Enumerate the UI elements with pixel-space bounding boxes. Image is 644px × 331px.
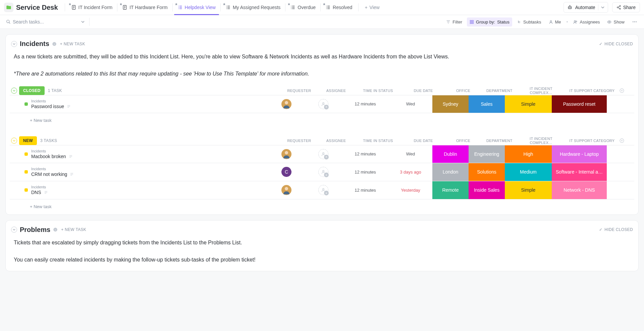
assignee-add[interactable]: +: [318, 99, 328, 109]
due-date[interactable]: Yesterday: [401, 188, 420, 193]
status-square[interactable]: [24, 170, 28, 174]
task-row[interactable]: IncidentsPassword issue+12 minutesWedSyd…: [10, 95, 634, 113]
group-toggle[interactable]: [11, 88, 17, 94]
col-header-due[interactable]: DUE DATE: [401, 89, 445, 93]
col-header-time[interactable]: TIME IN STATUS: [355, 89, 401, 93]
col-header-time[interactable]: TIME IN STATUS: [355, 139, 401, 143]
status-badge-closed[interactable]: CLOSED: [19, 86, 45, 95]
col-header-department[interactable]: DEPARTMENT: [481, 89, 518, 93]
task-count: 3 TASKS: [40, 138, 57, 143]
col-header-assignee[interactable]: ASSIGNEE: [318, 89, 355, 93]
new-task-row[interactable]: + New task: [10, 199, 634, 209]
tag-complexity[interactable]: Medium: [505, 163, 552, 181]
tag-category[interactable]: Network - DNS: [552, 181, 607, 199]
requester-avatar[interactable]: [281, 185, 291, 195]
col-header-category[interactable]: IT SUPPORT CATEGORY: [565, 139, 620, 143]
tag-category[interactable]: Hardware - Laptop: [552, 145, 607, 163]
tab-item[interactable]: IT Incident Form: [68, 2, 116, 13]
requester-avatar[interactable]: [281, 99, 291, 109]
tag-department[interactable]: Sales: [469, 95, 505, 113]
col-header-assignee[interactable]: ASSIGNEE: [318, 139, 355, 143]
col-header-office[interactable]: OFFICE: [445, 89, 481, 93]
groupby-button[interactable]: Group by: Status: [467, 17, 512, 27]
tag-office[interactable]: Dublin: [432, 145, 469, 163]
section-toggle[interactable]: [11, 227, 17, 233]
tag-complexity[interactable]: Simple: [505, 181, 552, 199]
tag-complexity[interactable]: High: [505, 145, 552, 163]
show-button[interactable]: Show: [604, 17, 627, 27]
assignee-add[interactable]: +: [318, 149, 328, 159]
tag-complexity[interactable]: Simple: [505, 95, 552, 113]
tag-department[interactable]: Inside Sales: [469, 181, 505, 199]
tag-office[interactable]: Sydney: [432, 95, 469, 113]
section-title[interactable]: Incidents: [20, 40, 49, 48]
task-name[interactable]: DNS: [31, 190, 41, 195]
col-header-office[interactable]: OFFICE: [445, 139, 481, 143]
section-description: As a new tickets are submitted, they wil…: [10, 52, 634, 86]
share-button[interactable]: Share: [612, 2, 640, 12]
task-name[interactable]: Password issue: [31, 104, 64, 109]
col-header-due[interactable]: DUE DATE: [401, 139, 445, 143]
new-task-row[interactable]: + New task: [10, 113, 634, 123]
requester-avatar[interactable]: [281, 149, 291, 159]
section-toggle[interactable]: [11, 41, 17, 47]
add-column-button[interactable]: [620, 88, 633, 93]
task-name[interactable]: CRM not working: [31, 172, 67, 177]
tab-item[interactable]: Resolved: [322, 2, 356, 13]
assignee-add[interactable]: +: [318, 167, 328, 177]
col-header-requester[interactable]: REQUESTER: [281, 89, 318, 93]
hide-closed-button[interactable]: ✓ HIDE CLOSED: [599, 42, 633, 46]
tag-category[interactable]: Software - Internal a…: [552, 163, 607, 181]
task-row[interactable]: IncidentsCRM not workingC+12 minutes3 da…: [10, 163, 634, 181]
group-toggle[interactable]: [11, 138, 17, 144]
task-row[interactable]: IncidentsMacbook broken+12 minutesWedDub…: [10, 145, 634, 163]
tab-item[interactable]: Helpdesk View: [174, 2, 219, 13]
divider: [89, 18, 90, 26]
hide-closed-button[interactable]: ✓ HIDE CLOSED: [599, 227, 633, 232]
automate-label: Automate: [575, 5, 595, 10]
col-header-complexity[interactable]: IT INCIDENT COMPLEX…: [518, 137, 565, 145]
tag-office[interactable]: London: [432, 163, 469, 181]
due-date[interactable]: Wed: [406, 151, 415, 156]
due-date[interactable]: Wed: [406, 101, 415, 106]
status-square[interactable]: [24, 188, 28, 192]
col-header-complexity[interactable]: IT INCIDENT COMPLEX…: [518, 87, 565, 95]
tab-item[interactable]: Overdue: [287, 2, 319, 13]
hide-closed-label: HIDE CLOSED: [604, 227, 633, 232]
requester-avatar[interactable]: C: [281, 167, 291, 177]
search-input[interactable]: [13, 19, 76, 25]
task-row[interactable]: IncidentsDNS+12 minutesYesterdayRemoteIn…: [10, 181, 634, 199]
filter-button[interactable]: Filter: [443, 17, 465, 27]
tag-category[interactable]: Password reset: [552, 95, 607, 113]
search-icon: [6, 19, 11, 24]
automate-button[interactable]: Automate: [564, 2, 608, 13]
form-icon: [71, 5, 76, 10]
new-task-button[interactable]: + NEW TASK: [60, 42, 85, 46]
project-title[interactable]: Service Desk: [16, 4, 58, 11]
tab-item[interactable]: My Assigned Requests: [222, 2, 284, 13]
tag-department[interactable]: Solutions: [469, 163, 505, 181]
col-header-department[interactable]: DEPARTMENT: [481, 139, 518, 143]
tab-label: IT Incident Form: [78, 5, 113, 10]
tag-office[interactable]: Remote: [432, 181, 469, 199]
folder-icon[interactable]: [4, 3, 13, 12]
search-options-toggle[interactable]: [80, 19, 86, 25]
task-name[interactable]: Macbook broken: [31, 154, 66, 159]
status-square[interactable]: [24, 102, 28, 106]
me-button[interactable]: Me: [546, 17, 564, 27]
tab-item[interactable]: IT Hardware Form: [119, 2, 171, 13]
col-header-category[interactable]: IT SUPPORT CATEGORY: [565, 89, 620, 93]
more-button[interactable]: [629, 17, 640, 27]
add-view-button[interactable]: + View: [361, 2, 383, 13]
col-header-requester[interactable]: REQUESTER: [281, 139, 318, 143]
status-badge-new[interactable]: NEW: [19, 136, 37, 145]
section-title[interactable]: Problems: [20, 226, 50, 234]
status-square[interactable]: [24, 152, 28, 156]
new-task-button[interactable]: + NEW TASK: [61, 227, 86, 232]
due-date[interactable]: 3 days ago: [400, 170, 421, 175]
subtasks-button[interactable]: Subtasks: [514, 17, 544, 27]
assignees-button[interactable]: Assignees: [571, 17, 602, 27]
add-column-button[interactable]: [620, 138, 633, 143]
assignee-add[interactable]: +: [318, 185, 328, 195]
tag-department[interactable]: Engineering: [469, 145, 505, 163]
